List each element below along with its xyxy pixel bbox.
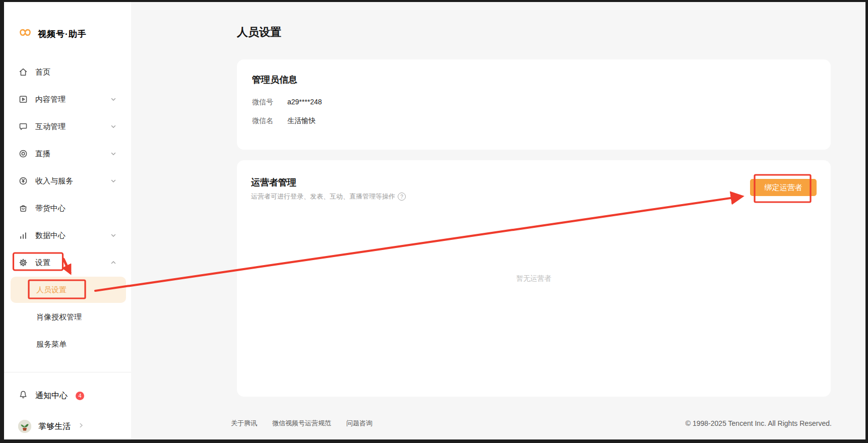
chevron-down-icon [110, 150, 117, 157]
submenu-item-label: 人员设置 [36, 285, 67, 295]
brand-name: 视频号·助手 [38, 28, 87, 40]
live-icon [18, 149, 28, 159]
channels-logo-icon [18, 28, 32, 40]
sidebar-item-label: 互动管理 [35, 122, 66, 132]
sidebar-nav: 首页 内容管理 [4, 59, 131, 357]
wechat-id-label: 微信号 [252, 98, 280, 107]
plant-avatar [18, 420, 31, 433]
sidebar-item-label: 设置 [35, 258, 50, 268]
chevron-down-icon [110, 123, 117, 130]
sidebar-item-notifications[interactable]: 通知中心 4 [4, 383, 131, 409]
video-content-icon [18, 94, 28, 104]
gear-icon [18, 258, 28, 268]
settings-submenu: 人员设置 肖像授权管理 服务菜单 [4, 277, 131, 357]
shop-bag-icon [18, 203, 28, 213]
wechat-name-row: 微信名 生活愉快 [252, 116, 816, 125]
submenu-item-service-menu[interactable]: 服务菜单 [11, 331, 126, 357]
footer-link-support[interactable]: 问题咨询 [346, 419, 373, 428]
app-window: 视频号·助手 首页 [4, 2, 865, 439]
wechat-id-row: 微信号 a29****248 [252, 98, 816, 107]
sidebar-item-label: 内容管理 [35, 95, 66, 104]
sidebar-item-label: 收入与服务 [35, 176, 73, 186]
sidebar-item-label: 数据中心 [35, 231, 66, 240]
chevron-down-icon [110, 177, 117, 184]
operator-card-description: 运营者可进行登录、发表、互动、直播管理等操作 ? [251, 192, 817, 201]
sidebar-item-data[interactable]: 数据中心 [4, 222, 131, 248]
sidebar-item-income[interactable]: 收入与服务 [4, 168, 131, 194]
wechat-name-value: 生活愉快 [287, 116, 316, 125]
sidebar-item-live[interactable]: 直播 [4, 141, 131, 167]
bell-icon [18, 390, 28, 402]
submenu-item-personnel-settings[interactable]: 人员设置 [11, 277, 126, 303]
main-content: 人员设置 管理员信息 微信号 a29****248 微信名 生活愉快 运营者管理 [131, 2, 865, 439]
chevron-right-icon [78, 422, 85, 431]
copyright-text: © 1998-2025 Tencent Inc. All Rights Rese… [686, 419, 832, 427]
data-chart-icon [18, 230, 28, 240]
bind-operator-button[interactable]: 绑定运营者 [750, 179, 817, 196]
wechat-name-label: 微信名 [252, 116, 280, 125]
sidebar-divider [4, 372, 131, 372]
wechat-id-value: a29****248 [287, 98, 322, 107]
empty-operators-text: 暂无运营者 [516, 274, 551, 283]
admin-card-title: 管理员信息 [252, 74, 816, 86]
sidebar-item-home[interactable]: 首页 [4, 59, 131, 85]
operator-card-title: 运营者管理 [251, 176, 817, 188]
operator-management-card: 运营者管理 运营者可进行登录、发表、互动、直播管理等操作 ? 绑定运营者 暂无运… [237, 160, 831, 397]
page-footer: 关于腾讯 微信视频号运营规范 问题咨询 © 1998-2025 Tencent … [131, 419, 865, 428]
page-title: 人员设置 [237, 24, 831, 40]
sidebar-item-label: 带货中心 [35, 204, 66, 213]
screenshot-frame: 视频号·助手 首页 [0, 0, 868, 443]
sidebar-item-settings[interactable]: 设置 [4, 249, 131, 276]
sidebar-bottom: 通知中心 4 掌够生活 [4, 372, 131, 439]
submenu-item-portrait-authorization[interactable]: 肖像授权管理 [11, 304, 126, 330]
submenu-item-label: 肖像授权管理 [36, 312, 82, 322]
sidebar-item-content[interactable]: 内容管理 [4, 86, 131, 112]
chevron-up-icon [110, 259, 117, 266]
chat-icon [18, 121, 28, 132]
sidebar-item-interaction[interactable]: 互动管理 [4, 113, 131, 140]
sidebar: 视频号·助手 首页 [4, 2, 131, 439]
footer-link-channels-rules[interactable]: 微信视频号运营规范 [272, 419, 331, 428]
sidebar-item-account[interactable]: 掌够生活 [4, 413, 131, 439]
sidebar-item-label: 通知中心 [35, 391, 68, 401]
submenu-item-label: 服务菜单 [36, 340, 67, 349]
sidebar-item-shop[interactable]: 带货中心 [4, 195, 131, 221]
footer-link-about-tencent[interactable]: 关于腾讯 [231, 419, 257, 428]
sidebar-item-label: 直播 [35, 149, 50, 159]
sidebar-item-label: 首页 [35, 68, 50, 77]
sidebar-item-label: 掌够生活 [38, 421, 71, 432]
help-icon[interactable]: ? [398, 193, 406, 201]
home-icon [18, 67, 28, 77]
chevron-down-icon [110, 96, 117, 103]
footer-links: 关于腾讯 微信视频号运营规范 问题咨询 [231, 419, 373, 428]
income-yen-icon [18, 176, 28, 186]
notification-badge: 4 [76, 392, 84, 400]
brand-logo: 视频号·助手 [4, 2, 131, 42]
admin-info-card: 管理员信息 微信号 a29****248 微信名 生活愉快 [237, 59, 831, 150]
chevron-down-icon [110, 232, 117, 239]
